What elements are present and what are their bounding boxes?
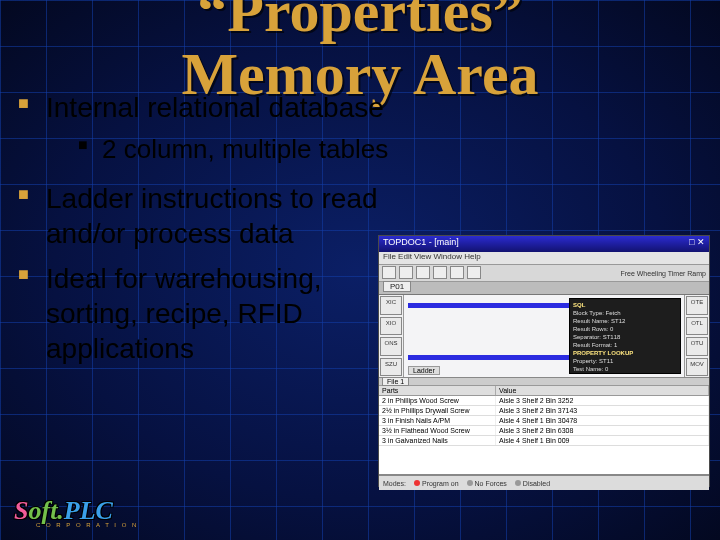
cell: Aisle 3 Shelf 2 Bin 37143 [496, 406, 709, 415]
bullet-1-text: Internal relational database [46, 92, 384, 123]
props-line: Test Name: 0 [573, 365, 677, 373]
toolbar-button[interactable] [450, 266, 464, 279]
cell: Aisle 4 Shelf 1 Bin 009 [496, 436, 709, 445]
slide: “Properties” Memory Area Internal relati… [0, 0, 720, 540]
cell: Aisle 3 Shelf 2 Bin 6308 [496, 426, 709, 435]
toolbar-button[interactable] [433, 266, 447, 279]
status-mode: Disabled [515, 480, 550, 487]
palette-button[interactable]: OTL [686, 317, 708, 336]
props-line: Property File: 1 [573, 373, 677, 374]
palette-button[interactable]: XIO [380, 317, 402, 336]
status-label: Modes: [383, 480, 406, 487]
window-title: TOPDOC1 - [main] [383, 237, 459, 251]
menubar: File Edit View Window Help [379, 252, 709, 265]
right-palette: OTE OTL OTU MOV [684, 295, 709, 377]
sub-bullet-1: 2 column, multiple tables [78, 133, 702, 167]
palette-button[interactable]: XIC [380, 296, 402, 315]
dot-icon [414, 480, 420, 486]
props-line: Property: ST11 [573, 357, 677, 365]
cell: 3 in Finish Nails A/PM [379, 416, 496, 425]
toolbar-button[interactable] [416, 266, 430, 279]
app-screenshot: TOPDOC1 - [main] □ ✕ File Edit View Wind… [378, 235, 710, 487]
props-line: PROPERTY LOOKUP [573, 349, 677, 357]
palette-button[interactable]: SZU [380, 358, 402, 377]
tab[interactable]: P01 [383, 281, 411, 292]
sub-bullet-list: 2 column, multiple tables [46, 133, 702, 167]
cell: 3 in Galvanized Nails [379, 436, 496, 445]
props-line: Separator: ST118 [573, 333, 677, 341]
palette-button[interactable]: MOV [686, 358, 708, 377]
cell: 2½ in Phillips Drywall Screw [379, 406, 496, 415]
logo-part-3: PLC [64, 496, 113, 525]
cell: Aisle 3 Shelf 2 Bin 3252 [496, 396, 709, 405]
table-tab[interactable]: File 1 [382, 378, 409, 386]
toolbar-button[interactable] [467, 266, 481, 279]
props-header: SQL [573, 301, 677, 309]
table-row[interactable]: 2 in Phillips Wood Screw Aisle 3 Shelf 2… [379, 396, 709, 406]
table-area: File 1 Parts Value 2 in Phillips Wood Sc… [379, 378, 709, 475]
dot-icon [515, 480, 521, 486]
palette-button[interactable]: OTU [686, 337, 708, 356]
col-header: Parts [379, 386, 496, 395]
work-area: XIC XIO ONS SZU Ladder SQL Block Type: F… [379, 295, 709, 378]
window-controls: □ ✕ [689, 237, 705, 251]
title-line-1: “Properties” [197, 0, 522, 44]
bullet-1: Internal relational database 2 column, m… [18, 90, 702, 167]
cell: 2 in Phillips Wood Screw [379, 396, 496, 405]
dot-icon [467, 480, 473, 486]
logo-part-2: oft. [28, 496, 63, 525]
props-line: Block Type: Fetch [573, 309, 677, 317]
cell: Aisle 4 Shelf 1 Bin 30478 [496, 416, 709, 425]
left-palette: XIC XIO ONS SZU [379, 295, 404, 377]
logo-subtitle: C O R P O R A T I O N [36, 522, 138, 528]
logo: Soft.PLC C O R P O R A T I O N [14, 498, 138, 528]
status-mode: No Forces [467, 480, 507, 487]
tab-strip: P01 [379, 282, 709, 295]
status-text: No Forces [475, 480, 507, 487]
status-text: Disabled [523, 480, 550, 487]
ladder-canvas[interactable]: Ladder SQL Block Type: Fetch Result Name… [404, 295, 684, 377]
bullet-3-text: Ideal for warehousing, sorting, recipe, … [46, 261, 406, 366]
table-header: Parts Value [379, 386, 709, 396]
props-line: Result Format: 1 [573, 341, 677, 349]
table-row[interactable]: 3 in Finish Nails A/PM Aisle 4 Shelf 1 B… [379, 416, 709, 426]
tool-hint: Free Wheeling Timer Ramp [620, 270, 706, 277]
logo-part-1: S [14, 496, 28, 525]
props-line: Result Rows: 0 [573, 325, 677, 333]
table-row[interactable]: 3 in Galvanized Nails Aisle 4 Shelf 1 Bi… [379, 436, 709, 446]
toolbar: Free Wheeling Timer Ramp [379, 265, 709, 282]
palette-button[interactable]: ONS [380, 337, 402, 356]
status-mode: Program on [414, 480, 459, 487]
bullet-2-text: Ladder instructions to read and/or proce… [46, 181, 406, 251]
properties-panel: SQL Block Type: Fetch Result Name: ST12 … [569, 298, 681, 374]
toolbar-button[interactable] [382, 266, 396, 279]
cell: 3½ in Flathead Wood Screw [379, 426, 496, 435]
props-line: Result Name: ST12 [573, 317, 677, 325]
status-bar: Modes: Program on No Forces Disabled [379, 475, 709, 490]
window-titlebar: TOPDOC1 - [main] □ ✕ [379, 236, 709, 252]
table-row[interactable]: 3½ in Flathead Wood Screw Aisle 3 Shelf … [379, 426, 709, 436]
status-text: Program on [422, 480, 459, 487]
col-header: Value [496, 386, 709, 395]
canvas-tab[interactable]: Ladder [408, 366, 440, 375]
palette-button[interactable]: OTE [686, 296, 708, 315]
table-row[interactable]: 2½ in Phillips Drywall Screw Aisle 3 She… [379, 406, 709, 416]
toolbar-button[interactable] [399, 266, 413, 279]
